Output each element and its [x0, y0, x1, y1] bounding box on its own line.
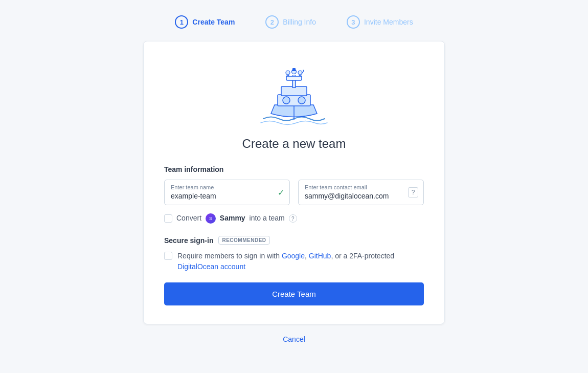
team-email-input[interactable]: [305, 192, 405, 200]
team-name-input[interactable]: [171, 192, 271, 200]
recommended-badge: RECOMMENDED: [218, 236, 269, 245]
secure-option: Require members to sign in with Google, …: [164, 251, 424, 272]
convert-text: Convert S Sammy into a team: [176, 213, 285, 224]
team-info-label: Team information: [164, 165, 424, 173]
secure-text-part1: Require members to sign in with: [177, 252, 282, 260]
card-title: Create a new team: [164, 137, 424, 151]
boat-illustration: [164, 60, 424, 126]
create-team-button[interactable]: Create Team: [164, 282, 424, 305]
svg-point-11: [298, 71, 302, 75]
step-billing-info: 2 Billing Info: [265, 15, 316, 29]
stepper: 1 Create Team 2 Billing Info 3 Invite Me…: [175, 15, 413, 29]
create-team-card: Create a new team Team information Enter…: [143, 41, 445, 324]
convert-checkbox[interactable]: [164, 214, 172, 223]
sammy-avatar-img: S: [206, 213, 216, 224]
google-link[interactable]: Google: [282, 252, 305, 260]
email-help-icon[interactable]: ?: [408, 187, 418, 198]
team-email-label: Enter team contact email: [305, 184, 405, 190]
secure-signin-label: Secure sign-in: [164, 236, 213, 245]
convert-help-icon[interactable]: ?: [289, 214, 297, 223]
secure-signin-header: Secure sign-in RECOMMENDED: [164, 236, 424, 245]
convert-username: Sammy: [220, 214, 245, 222]
step-1-label: Create Team: [192, 18, 235, 26]
github-link[interactable]: GitHub: [309, 252, 331, 260]
secure-text-part3: , or a 2FA-protected: [331, 252, 394, 260]
svg-point-7: [286, 71, 290, 75]
step-3-circle: 3: [347, 15, 360, 29]
team-email-field: Enter team contact email ?: [298, 180, 424, 205]
step-1-circle: 1: [175, 15, 188, 29]
step-3-label: Invite Members: [364, 18, 413, 26]
cancel-link[interactable]: Cancel: [283, 335, 305, 343]
svg-point-3: [298, 97, 305, 104]
svg-rect-6: [286, 76, 302, 80]
step-invite-members: 3 Invite Members: [347, 15, 413, 29]
step-2-circle: 2: [265, 15, 279, 29]
step-2-label: Billing Info: [283, 18, 316, 26]
secure-signin-section: Secure sign-in RECOMMENDED Require membe…: [164, 236, 424, 272]
check-icon: ✓: [278, 188, 284, 198]
team-name-label: Enter team name: [171, 184, 271, 190]
step-create-team: 1 Create Team: [175, 15, 235, 29]
help-box-icon[interactable]: ?: [408, 187, 418, 198]
secure-signin-checkbox[interactable]: [164, 252, 172, 260]
svg-point-2: [283, 97, 290, 104]
digitalocean-link[interactable]: DigitalOcean account: [177, 262, 245, 271]
sammy-avatar: S: [206, 214, 218, 222]
convert-row: Convert S Sammy into a team ?: [164, 213, 424, 224]
team-name-field: Enter team name ✓: [164, 180, 290, 205]
convert-suffix: into a team: [250, 214, 285, 222]
fields-row: Enter team name ✓ Enter team contact ema…: [164, 180, 424, 205]
convert-prefix: Convert: [176, 214, 201, 222]
secure-option-text: Require members to sign in with Google, …: [177, 251, 424, 272]
secure-text-part2: ,: [305, 252, 309, 260]
cancel-section: Cancel: [283, 335, 305, 344]
svg-rect-10: [292, 68, 296, 71]
